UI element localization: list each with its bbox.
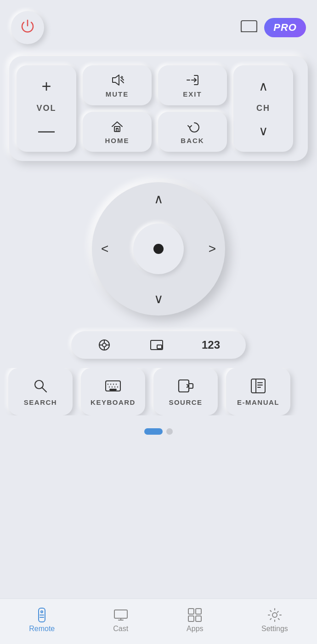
mute-icon <box>110 73 125 87</box>
vol-minus-icon: — <box>38 122 55 139</box>
search-button[interactable]: SEARCH <box>8 368 73 415</box>
pip-icon <box>149 338 164 352</box>
exit-button[interactable]: EXIT <box>158 65 227 105</box>
home-icon <box>110 119 125 134</box>
svg-line-5 <box>121 77 124 80</box>
svg-rect-44 <box>196 609 201 614</box>
back-icon <box>185 119 200 134</box>
toolbar-row: 123 <box>11 331 306 359</box>
apps-nav-icon <box>187 607 203 623</box>
home-label: HOME <box>105 137 130 144</box>
svg-point-37 <box>41 611 43 613</box>
keyboard-label: KEYBOARD <box>91 398 136 406</box>
nav-remote[interactable]: Remote <box>20 605 64 635</box>
dpad-left-button[interactable]: < <box>101 242 108 256</box>
dpad-right-button[interactable]: > <box>209 242 216 256</box>
button-grid: + VOL — MUTE EXIT ∧ CH ∨ <box>9 56 308 161</box>
mute-label: MUTE <box>106 90 129 98</box>
keyboard-button[interactable]: KEYBOARD <box>81 368 145 415</box>
svg-marker-3 <box>113 75 119 85</box>
search-label: SEARCH <box>24 398 57 406</box>
svg-point-11 <box>102 343 106 347</box>
svg-rect-45 <box>188 616 194 621</box>
nav-apps[interactable]: Apps <box>177 605 212 635</box>
dpad-ok-button[interactable] <box>133 224 184 274</box>
search-icon <box>32 377 49 395</box>
svg-rect-29 <box>110 389 116 390</box>
svg-rect-9 <box>114 126 120 132</box>
svg-rect-0 <box>241 21 257 32</box>
pagination-dot-inactive[interactable] <box>166 428 173 435</box>
svg-point-47 <box>272 613 277 617</box>
123-toolbar-button[interactable]: 123 <box>202 339 220 351</box>
nav-remote-label: Remote <box>29 625 55 633</box>
ch-up-icon: ∧ <box>259 79 268 94</box>
nav-cast-label: Cast <box>113 625 128 633</box>
svg-rect-40 <box>114 610 127 618</box>
toolbar-123-label: 123 <box>202 339 220 351</box>
vol-label: VOL <box>36 104 56 113</box>
home-button[interactable]: HOME <box>83 112 152 152</box>
nav-settings[interactable]: Settings <box>252 605 297 635</box>
nav-apps-label: Apps <box>187 625 203 633</box>
pro-label: PRO <box>273 22 297 33</box>
nav-cast[interactable]: Cast <box>104 605 138 635</box>
source-label: SOURCE <box>169 398 202 406</box>
pagination <box>0 428 317 435</box>
dpad-area: ∧ < > ∨ <box>0 182 317 316</box>
ch-down-icon: ∨ <box>259 123 268 138</box>
ch-label: CH <box>256 104 270 113</box>
dpad-down-button[interactable]: ∨ <box>154 291 164 306</box>
nav-settings-label: Settings <box>261 625 288 633</box>
vol-button[interactable]: + VOL — <box>17 65 76 152</box>
top-right: PRO <box>239 18 306 37</box>
source-icon <box>177 377 194 395</box>
svg-line-6 <box>121 80 124 83</box>
power-icon <box>19 18 36 37</box>
screen-cast-icon[interactable] <box>239 19 259 36</box>
back-button[interactable]: BACK <box>158 112 227 152</box>
ch-button[interactable]: ∧ CH ∨ <box>233 65 293 152</box>
emanual-label: E-MANUAL <box>237 398 279 406</box>
svg-rect-30 <box>179 380 189 392</box>
source-button[interactable]: SOURCE <box>153 368 218 415</box>
dpad-up-button[interactable]: ∧ <box>154 191 164 207</box>
svg-rect-31 <box>251 379 265 393</box>
keyboard-icon <box>104 377 122 395</box>
exit-icon <box>185 73 200 87</box>
cast-nav-icon <box>113 607 129 623</box>
svg-line-4 <box>122 76 123 77</box>
dpad-center-dot <box>153 244 164 254</box>
vol-plus-icon: + <box>41 78 51 95</box>
pro-badge[interactable]: PRO <box>264 18 306 37</box>
dpad-outer: ∧ < > ∨ <box>92 182 225 316</box>
toolbar-pill: 123 <box>71 331 246 359</box>
pip-toolbar-button[interactable] <box>149 338 164 352</box>
settings-nav-icon <box>267 607 283 623</box>
mute-button[interactable]: MUTE <box>83 65 152 105</box>
emanual-button[interactable]: E-MANUAL <box>226 368 290 415</box>
emanual-icon <box>249 377 267 395</box>
gamepad-toolbar-button[interactable] <box>97 338 112 352</box>
gamepad-icon <box>97 338 112 352</box>
svg-rect-46 <box>196 616 201 621</box>
quick-actions: SEARCH KEYBOARD SOURCE E-MANUAL <box>0 368 317 415</box>
back-label: BACK <box>181 137 204 144</box>
bottom-nav: Remote Cast Apps Settings <box>0 598 317 644</box>
svg-rect-43 <box>188 609 194 614</box>
remote-nav-icon <box>34 607 50 623</box>
power-button[interactable] <box>11 11 44 44</box>
exit-label: EXIT <box>183 90 202 98</box>
svg-rect-17 <box>157 345 162 349</box>
svg-line-19 <box>42 388 46 392</box>
top-bar: PRO <box>0 0 317 49</box>
pagination-dot-active[interactable] <box>144 428 163 435</box>
